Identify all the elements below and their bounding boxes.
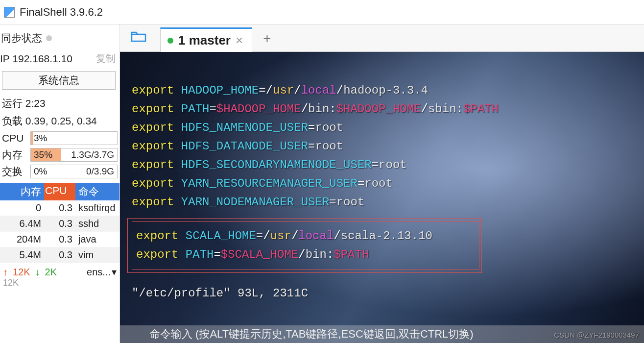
code-line: export HDFS_NAMENODE_USER=root <box>132 119 634 137</box>
mem-detail: 1.3G/3.7G <box>71 149 114 160</box>
sync-status-dot <box>46 35 52 41</box>
code-line: export SCALA_HOME=/usr/local/scala-2.13.… <box>136 227 475 245</box>
network-row: ↑12K ↓2K ens... ▾ <box>0 263 119 278</box>
uptime: 运行 2:23 <box>0 95 119 112</box>
table-row[interactable]: 00.3ksoftirqd <box>0 200 119 216</box>
download-icon: ↓ <box>35 267 40 278</box>
swap-label: 交换 <box>2 165 27 178</box>
code-line: export HDFS_SECONDARYNAMENODE_USER=root <box>132 156 634 174</box>
col-cmd[interactable]: 命令 <box>75 183 119 200</box>
upload-icon: ↑ <box>3 267 8 278</box>
mem-label: 内存 <box>2 148 27 162</box>
chevron-down-icon: ▾ <box>112 266 117 278</box>
mem-meter: 35% 1.3G/3.7G <box>30 148 118 162</box>
network-interface-select[interactable]: ens... ▾ <box>62 266 117 278</box>
terminal[interactable]: export HADOOP_HOME=/usr/local/hadoop-3.3… <box>120 52 644 343</box>
swap-detail: 0/3.9G <box>86 166 114 177</box>
code-line: export YARN_NODEMANAGER_USER=root <box>132 193 634 212</box>
code-line: export PATH=$HADOOP_HOME/bin:$HADOOP_HOM… <box>132 100 634 119</box>
process-table-body: 00.3ksoftirqd6.4M0.3sshd204M0.3java5.4M0… <box>0 200 119 263</box>
table-row[interactable]: 5.4M0.3vim <box>0 247 119 263</box>
code-line: export PATH=$SCALA_HOME/bin:$PATH <box>136 245 475 264</box>
download-rate: 2K <box>45 267 57 278</box>
tab-label: 1 master <box>178 33 231 48</box>
watermark: CSDN @ZYF2190003497 <box>554 331 639 339</box>
process-table-header[interactable]: 内存 CPU 命令 <box>0 183 119 200</box>
code-line: export HADOOP_HOME=/usr/local/hadoop-3.3… <box>132 81 634 100</box>
highlight-box: export SCALA_HOME=/usr/local/scala-2.13.… <box>132 221 479 270</box>
file-status: "/etc/profile" 93L, 2311C <box>132 284 634 303</box>
network-interface: ens... <box>87 267 111 278</box>
cpu-pct: 3% <box>34 133 47 144</box>
table-row[interactable]: 204M0.3java <box>0 232 119 247</box>
titlebar: FinalShell 3.9.6.2 <box>0 0 644 24</box>
tabbar: 1 master × + <box>120 24 644 52</box>
app-title: FinalShell 3.9.6.2 <box>20 6 103 19</box>
code-line: export YARN_RESOURCEMANAGER_USER=root <box>132 174 634 193</box>
cpu-meter: 3% <box>30 131 118 145</box>
system-info-button[interactable]: 系统信息 <box>2 71 116 90</box>
cpu-label: CPU <box>2 132 27 144</box>
col-mem[interactable]: 内存 <box>0 183 44 200</box>
new-tab-button[interactable]: + <box>252 31 280 51</box>
bottom-rate: 12K <box>0 278 119 288</box>
tab-master[interactable]: 1 master × <box>160 27 252 52</box>
close-icon[interactable]: × <box>236 33 243 48</box>
upload-rate: 12K <box>13 267 30 278</box>
ip-label: IP 192.168.1.10 <box>0 53 72 65</box>
sidebar: 同步状态 IP 192.168.1.10 复制 系统信息 运行 2:23 负载 … <box>0 24 120 343</box>
swap-pct: 0% <box>34 166 47 177</box>
app-icon <box>4 7 15 18</box>
mem-pct: 35% <box>34 149 52 160</box>
swap-meter: 0% 0/3.9G <box>30 165 118 178</box>
copy-button[interactable]: 复制 <box>96 52 116 65</box>
sync-status-label: 同步状态 <box>1 31 42 45</box>
folder-icon[interactable] <box>126 30 160 51</box>
status-dot-icon <box>167 38 173 44</box>
col-cpu[interactable]: CPU <box>44 183 75 200</box>
load-avg: 负载 0.39, 0.25, 0.34 <box>0 112 119 130</box>
table-row[interactable]: 6.4M0.3sshd <box>0 216 119 232</box>
code-line: export HDFS_DATANODE_USER=root <box>132 137 634 156</box>
